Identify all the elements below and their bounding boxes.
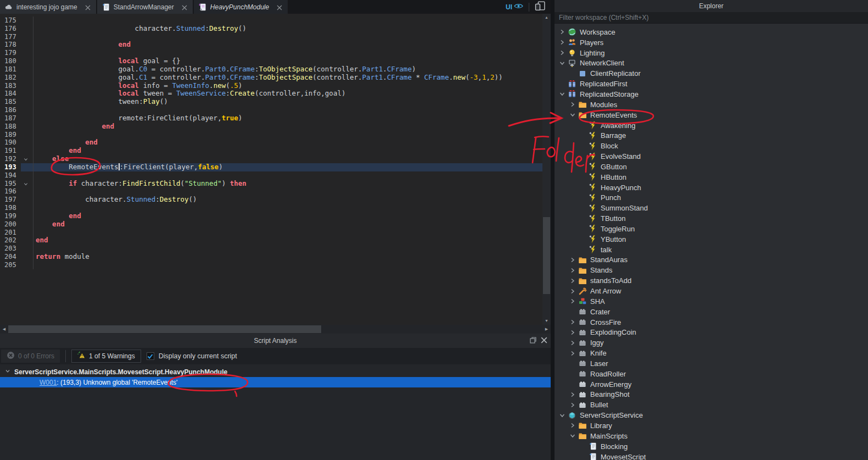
code-line[interactable]: 194: [0, 171, 542, 180]
chevron-down-icon[interactable]: [568, 110, 578, 119]
explorer-item-heavypunch[interactable]: HeavyPunch: [555, 182, 868, 193]
chevron-right-icon[interactable]: [568, 276, 578, 285]
explorer-item-explodingcoin[interactable]: ExplodingCoin: [555, 327, 868, 337]
code-line[interactable]: 205: [0, 261, 542, 269]
chevron-down-icon[interactable]: [558, 411, 568, 420]
chevron-right-icon[interactable]: [568, 266, 578, 275]
chevron-right-icon[interactable]: [568, 318, 578, 326]
explorer-item-block[interactable]: Block: [555, 141, 868, 151]
explorer-item-crossfire[interactable]: CrossFire: [555, 317, 868, 328]
fold-chevron-icon[interactable]: [19, 180, 33, 188]
explorer-item-laser[interactable]: Laser: [555, 358, 868, 369]
chevron-right-icon[interactable]: [568, 256, 578, 264]
analysis-group-row[interactable]: ServerScriptService.MainScripts.MovesetS…: [0, 367, 551, 377]
explorer-item-library[interactable]: Library: [555, 420, 868, 431]
explorer-item-sha[interactable]: SHA: [555, 296, 868, 307]
code-line[interactable]: 192 else: [0, 155, 542, 163]
explorer-item-awakening[interactable]: Awakening: [555, 120, 868, 131]
explorer-item-mainscripts[interactable]: MainScripts: [555, 431, 868, 441]
explorer-item-replicatedstorage[interactable]: ReplicatedStorage: [555, 89, 868, 99]
explorer-item-players[interactable]: Players: [555, 37, 868, 48]
explorer-item-remoteevents[interactable]: RemoteEvents: [555, 110, 868, 120]
horizontal-scrollbar-thumb[interactable]: [8, 325, 321, 333]
code-line[interactable]: 193 RemoteEvents:FireClient(player,false…: [0, 163, 542, 171]
code-line[interactable]: 188 end: [0, 123, 542, 131]
code-line[interactable]: 181 goal.C0 = controller.Part0.CFrame:To…: [0, 65, 542, 74]
code-line[interactable]: 191 end: [0, 147, 542, 155]
chevron-down-icon[interactable]: [4, 368, 11, 376]
vertical-scrollbar-thumb[interactable]: [543, 217, 550, 294]
explorer-item-clientreplicator[interactable]: ClientReplicator: [555, 68, 868, 79]
tab-interesting-jojo-game[interactable]: interesting jojo game: [0, 0, 96, 14]
chevron-right-icon[interactable]: [558, 27, 568, 36]
explorer-filter-input[interactable]: Filter workspace (Ctrl+Shift+X): [555, 12, 868, 24]
code-line[interactable]: 200 end: [0, 220, 542, 229]
chevron-right-icon[interactable]: [568, 421, 578, 430]
code-editor[interactable]: 175176 character.Stunned:Destroy()177178…: [0, 14, 551, 325]
close-icon[interactable]: [85, 4, 91, 10]
explorer-item-serverscriptservice[interactable]: ServerScriptService: [555, 410, 868, 420]
explorer-item-hbutton[interactable]: HButton: [555, 172, 868, 182]
explorer-item-tbutton[interactable]: TButton: [555, 213, 868, 224]
explorer-item-togglerun[interactable]: ToggleRun: [555, 224, 868, 234]
explorer-item-barrage[interactable]: Barrage: [555, 130, 868, 141]
horizontal-scrollbar[interactable]: ◀ ▶: [0, 325, 551, 334]
close-icon[interactable]: [182, 4, 187, 10]
explorer-item-knife[interactable]: Knife: [555, 348, 868, 358]
explorer-item-networkclient[interactable]: NetworkClient: [555, 58, 868, 69]
explorer-item-ant-arrow[interactable]: Ant Arrow: [555, 286, 868, 296]
code-line[interactable]: 189: [0, 131, 542, 139]
float-window-icon[interactable]: [530, 337, 536, 345]
display-only-current-script-option[interactable]: Display only current script: [147, 352, 237, 360]
chevron-down-icon[interactable]: [558, 90, 568, 98]
code-line[interactable]: 195 if character:FindFirstChild("Stunned…: [0, 180, 542, 188]
explorer-item-replicatedfirst[interactable]: ReplicatedFirst: [555, 79, 868, 89]
explorer-item-arrowenergy[interactable]: ArrowEnergy: [555, 379, 868, 390]
explorer-item-talk[interactable]: talk: [555, 245, 868, 255]
chevron-right-icon[interactable]: [568, 100, 578, 109]
explorer-item-blocking[interactable]: Blocking: [555, 441, 868, 452]
chevron-right-icon[interactable]: [558, 38, 568, 47]
chevron-right-icon[interactable]: [568, 287, 578, 296]
code-line[interactable]: 190 end: [0, 138, 542, 147]
code-line[interactable]: 198: [0, 204, 542, 212]
code-line[interactable]: 197 character.Stunned:Destroy(): [0, 196, 542, 204]
explorer-item-ybutton[interactable]: YButton: [555, 234, 868, 245]
errors-filter-button[interactable]: 0 of 0 Errors: [1, 350, 60, 363]
chevron-down-icon[interactable]: [568, 431, 578, 440]
warning-row-selected[interactable]: W001: (193,3) Unknown global 'RemoteEven…: [0, 377, 551, 387]
warnings-filter-button[interactable]: 1 of 5 Warnings: [71, 350, 141, 363]
vertical-scrollbar[interactable]: ▲ ▼: [542, 14, 551, 325]
code-line[interactable]: 199 end: [0, 212, 542, 220]
explorer-item-lighting[interactable]: Lighting: [555, 48, 868, 58]
scroll-down-icon[interactable]: ▼: [542, 317, 551, 325]
chevron-down-icon[interactable]: [558, 59, 568, 68]
explorer-item-bullet[interactable]: Bullet: [555, 400, 868, 410]
explorer-item-summonstand[interactable]: SummonStand: [555, 203, 868, 213]
chevron-right-icon[interactable]: [568, 349, 578, 358]
explorer-item-modules[interactable]: Modules: [555, 99, 868, 110]
code-line[interactable]: 184 local tween = TweenService:Create(co…: [0, 90, 542, 98]
explorer-item-standstoadd[interactable]: standsToAdd: [555, 275, 868, 286]
tab-standarrowmanager[interactable]: StandArrowManager: [97, 0, 193, 14]
code-line[interactable]: 201: [0, 229, 542, 237]
chevron-right-icon[interactable]: [568, 390, 578, 399]
fold-chevron-icon[interactable]: [19, 155, 33, 163]
chevron-right-icon[interactable]: [568, 297, 578, 306]
panel-splitter[interactable]: [551, 0, 555, 460]
explorer-item-workspace[interactable]: Workspace: [555, 27, 868, 37]
chevron-right-icon[interactable]: [558, 48, 568, 57]
code-line[interactable]: 185 tween:Play(): [0, 98, 542, 106]
code-line[interactable]: 176 character.Stunned:Destroy(): [0, 25, 542, 33]
device-emulation-icon[interactable]: [535, 1, 545, 13]
code-line[interactable]: 203: [0, 245, 542, 253]
explorer-item-iggy[interactable]: Iggy: [555, 337, 868, 348]
checkbox-checked-icon[interactable]: [147, 352, 154, 360]
warning-code-link[interactable]: W001: [40, 379, 57, 386]
code-line[interactable]: 202end: [0, 236, 542, 245]
explorer-item-movesetscript[interactable]: MovesetScript: [555, 452, 868, 460]
scroll-left-icon[interactable]: ◀: [0, 325, 8, 334]
code-line[interactable]: 178 end: [0, 41, 542, 49]
code-line[interactable]: 196: [0, 187, 542, 196]
code-line[interactable]: 180 local goal = {}: [0, 57, 542, 65]
